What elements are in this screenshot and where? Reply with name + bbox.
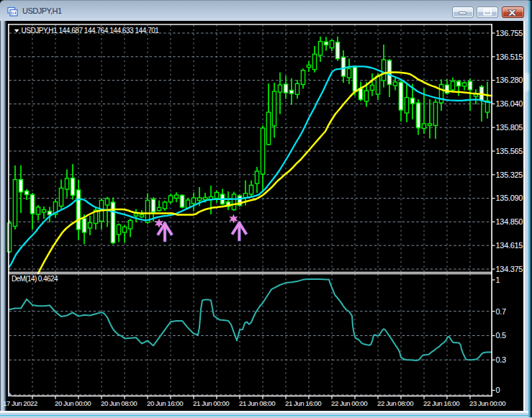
svg-text:17 Jun 2022: 17 Jun 2022 bbox=[3, 399, 37, 407]
svg-text:0: 0 bbox=[496, 386, 500, 394]
svg-text:135.805: 135.805 bbox=[496, 123, 523, 132]
svg-text:134.615: 134.615 bbox=[496, 241, 523, 250]
svg-text:USDJPY,H1 144.687 144.764 144.: USDJPY,H1 144.687 144.764 144.633 144.70… bbox=[22, 27, 160, 35]
svg-text:136.515: 136.515 bbox=[496, 53, 523, 61]
svg-text:135.090: 135.090 bbox=[496, 194, 523, 202]
svg-text:22 Jun 16:00: 22 Jun 16:00 bbox=[423, 399, 460, 407]
svg-text:22 Jun 08:00: 22 Jun 08:00 bbox=[377, 399, 414, 407]
svg-text:20 Jun 16:00: 20 Jun 16:00 bbox=[147, 399, 184, 407]
svg-text:0.7: 0.7 bbox=[496, 307, 507, 316]
svg-text:0.3: 0.3 bbox=[496, 355, 507, 364]
svg-text:21 Jun 00:00: 21 Jun 00:00 bbox=[193, 399, 230, 407]
svg-text:23 Jun 00:00: 23 Jun 00:00 bbox=[469, 399, 506, 407]
svg-text:21 Jun 16:00: 21 Jun 16:00 bbox=[285, 399, 322, 407]
svg-text:136.280: 136.280 bbox=[496, 76, 523, 84]
svg-text:20 Jun 08:00: 20 Jun 08:00 bbox=[101, 399, 137, 407]
svg-text:22 Jun 00:00: 22 Jun 00:00 bbox=[331, 399, 368, 407]
svg-text:134.375: 134.375 bbox=[496, 265, 523, 273]
svg-text:135.325: 135.325 bbox=[496, 171, 523, 179]
svg-text:1: 1 bbox=[496, 276, 500, 284]
svg-text:136.755: 136.755 bbox=[496, 29, 523, 37]
svg-text:21 Jun 08:00: 21 Jun 08:00 bbox=[239, 399, 276, 407]
svg-text:DeM(14) 0.4624: DeM(14) 0.4624 bbox=[12, 275, 58, 283]
svg-text:136.040: 136.040 bbox=[496, 99, 523, 108]
svg-text:135.565: 135.565 bbox=[496, 147, 523, 155]
svg-text:20 Jun 00:00: 20 Jun 00:00 bbox=[55, 399, 91, 407]
svg-text:134.850: 134.850 bbox=[496, 217, 523, 226]
svg-text:0.5: 0.5 bbox=[496, 331, 507, 340]
